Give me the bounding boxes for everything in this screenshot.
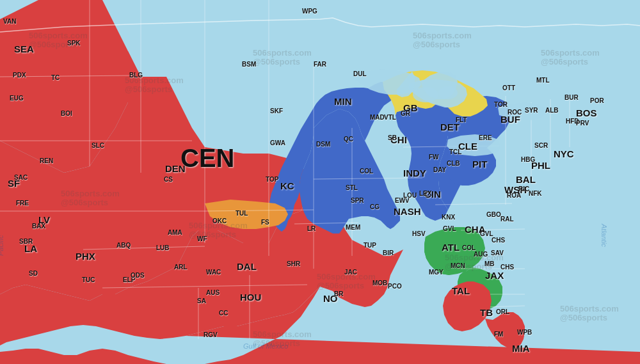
us-map: Gulf of Mexico Atlantic Pacific [0, 0, 640, 364]
svg-text:Gulf of Mexico: Gulf of Mexico [243, 342, 288, 350]
svg-text:Atlantic: Atlantic [600, 223, 608, 248]
map-container: Gulf of Mexico Atlantic Pacific SEA SF L… [0, 0, 640, 364]
svg-text:Pacific: Pacific [0, 235, 4, 256]
